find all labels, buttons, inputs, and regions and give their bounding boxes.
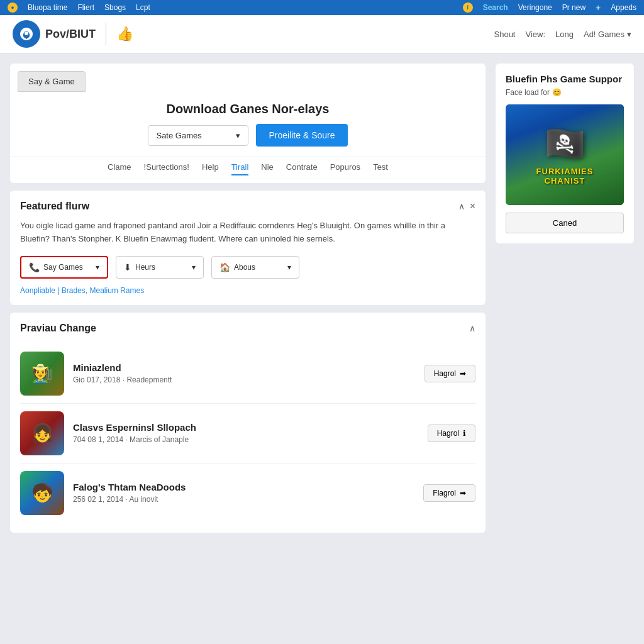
download-nav-clame[interactable]: Clame bbox=[108, 162, 131, 175]
download-button[interactable]: Proeilite & Soure bbox=[256, 124, 347, 147]
sidebar-emoji-icon: 😊 bbox=[552, 88, 562, 97]
download-select[interactable]: Sate Games ▾ bbox=[148, 125, 248, 146]
game-1-character-icon: 🧑‍🌾 bbox=[20, 352, 64, 396]
top-nav-search[interactable]: Search bbox=[483, 3, 508, 12]
game-1-button-icon: ➡ bbox=[460, 369, 466, 378]
game-2-button[interactable]: Hagrol ℹ bbox=[428, 425, 475, 442]
filter-abous-arrow-icon: ▾ bbox=[287, 263, 291, 272]
header-nav-view[interactable]: View: bbox=[525, 30, 545, 39]
download-section: Say & Game Download Ganes Nor-elays Sate… bbox=[10, 64, 486, 183]
download-nav-nie[interactable]: Nie bbox=[261, 162, 274, 175]
download-nav-help[interactable]: Help bbox=[202, 162, 219, 175]
filter-say-games-arrow-icon: ▾ bbox=[96, 263, 99, 272]
header-nav: Shout View: Long Ad! Games ▾ bbox=[494, 30, 632, 39]
game-2-thumbnail: 👧 bbox=[20, 411, 64, 455]
top-nav-item-1[interactable]: Bluopa time bbox=[28, 3, 67, 12]
sidebar-cta-button[interactable]: Caned bbox=[506, 213, 624, 233]
game-2-button-icon: ℹ bbox=[463, 429, 466, 438]
sidebar-subtitle-text: Face load for bbox=[506, 88, 550, 97]
filter-tags[interactable]: Aonpliable | Brades, Mealium Rames bbox=[20, 286, 475, 295]
filter-say-games-label: Say Games bbox=[43, 263, 83, 272]
featured-header: Featured flurw bbox=[20, 201, 475, 212]
filter-row: 📞 Say Games ▾ ⬇ Heurs ▾ 🏠 Abous ▾ bbox=[20, 256, 475, 279]
sidebar-subtitle: Face load for 😊 bbox=[506, 88, 624, 97]
featured-body-text: You oigle licad game and fraponed pantan… bbox=[20, 219, 475, 246]
preview-changes-section: Praviau Change 🧑‍🌾 Miniazlend Gio 017, 2… bbox=[10, 313, 486, 533]
download-nav-contrate[interactable]: Contrate bbox=[286, 162, 318, 175]
filter-say-games-icon: 📞 bbox=[29, 262, 40, 272]
filter-heurs-label: Heurs bbox=[135, 263, 155, 272]
game-3-title: Falog's Thtam NeaDoods bbox=[73, 482, 414, 492]
download-tab[interactable]: Say & Game bbox=[18, 71, 86, 92]
header-nav-games-label: Ad! Games bbox=[584, 30, 625, 39]
top-nav-item-2[interactable]: Fliert bbox=[77, 3, 94, 12]
download-select-arrow-icon: ▾ bbox=[236, 131, 240, 140]
filter-heurs-icon: ⬇ bbox=[124, 262, 131, 272]
featured-section: Featured flurw You oigle licad game and … bbox=[10, 191, 486, 305]
download-nav-popuros[interactable]: Popuros bbox=[330, 162, 360, 175]
filter-heurs-arrow-icon: ▾ bbox=[192, 263, 196, 272]
preview-changes-collapse-button[interactable] bbox=[469, 323, 475, 333]
sidebar-game-character-icon: 🏴‍☠️ bbox=[545, 125, 586, 163]
sidebar-title: Bluefin Phs Game Suppor bbox=[506, 74, 624, 84]
game-3-thumbnail: 🧒 bbox=[20, 471, 64, 515]
game-3-character-icon: 🧒 bbox=[20, 471, 64, 515]
game-2-info: Clasvs Esperninsl Sllopach 704 08 1, 201… bbox=[73, 422, 419, 444]
filter-heurs[interactable]: ⬇ Heurs ▾ bbox=[116, 256, 204, 279]
header-nav-long[interactable]: Long bbox=[555, 30, 574, 39]
site-header: Pov/BIUT 👍 Shout View: Long Ad! Games ▾ bbox=[0, 15, 644, 53]
download-title: Download Ganes Nor-elays bbox=[10, 92, 486, 124]
game-2-title: Clasvs Esperninsl Sllopach bbox=[73, 422, 419, 433]
top-nav-item-3[interactable]: Sbogs bbox=[104, 3, 126, 12]
download-nav-test[interactable]: Test bbox=[373, 162, 388, 175]
top-navigation: ● Bluopa time Fliert Sbogs Lcpt i Search… bbox=[0, 0, 644, 15]
sidebar: Bluefin Phs Game Suppor Face load for 😊 … bbox=[496, 64, 634, 533]
game-1-button[interactable]: Hagrol ➡ bbox=[425, 365, 475, 382]
top-nav-plus[interactable]: + bbox=[596, 3, 601, 13]
top-nav-prnew[interactable]: Pr new bbox=[562, 3, 586, 12]
top-nav-info-icon: i bbox=[463, 3, 473, 13]
game-1-button-label: Hagrol bbox=[434, 369, 456, 378]
game-2-button-label: Hagrol bbox=[437, 429, 459, 438]
svg-point-0 bbox=[25, 31, 28, 35]
game-3-meta: 256 02 1, 2014 · Au inovit bbox=[73, 495, 414, 504]
header-nav-games-chevron: ▾ bbox=[627, 30, 631, 39]
game-1-thumbnail: 🧑‍🌾 bbox=[20, 352, 64, 396]
download-nav: Clame !Surtections! Help Tirall Nie Cont… bbox=[10, 157, 486, 183]
logo-text: Pov/BIUT bbox=[45, 28, 96, 41]
preview-changes-header: Praviau Change bbox=[20, 323, 475, 334]
game-list-item: 👧 Clasvs Esperninsl Sllopach 704 08 1, 2… bbox=[20, 404, 475, 464]
game-3-button[interactable]: Flagrol ➡ bbox=[423, 484, 475, 502]
top-nav-item-4[interactable]: Lcpt bbox=[136, 3, 150, 12]
game-3-button-icon: ➡ bbox=[460, 489, 466, 497]
featured-close-button[interactable] bbox=[470, 201, 475, 212]
sidebar-card: Bluefin Phs Game Suppor Face load for 😊 … bbox=[496, 64, 634, 243]
filter-abous-label: Abous bbox=[234, 263, 255, 272]
logo-hand-icon: 👍 bbox=[116, 26, 133, 42]
filter-abous[interactable]: 🏠 Abous ▾ bbox=[211, 256, 299, 279]
header-nav-games-dropdown[interactable]: Ad! Games ▾ bbox=[584, 30, 631, 39]
game-1-info: Miniazlend Gio 017, 2018 · Readepmentt bbox=[73, 362, 416, 384]
download-nav-tirall[interactable]: Tirall bbox=[231, 162, 249, 175]
game-3-info: Falog's Thtam NeaDoods 256 02 1, 2014 · … bbox=[73, 482, 414, 504]
game-1-meta: Gio 017, 2018 · Readepmentt bbox=[73, 375, 416, 384]
game-1-title: Miniazlend bbox=[73, 362, 416, 373]
header-nav-shout[interactable]: Shout bbox=[494, 30, 516, 39]
main-layout: Say & Game Download Ganes Nor-elays Sate… bbox=[0, 53, 644, 543]
game-2-character-icon: 👧 bbox=[20, 411, 64, 455]
download-nav-surtections[interactable]: !Surtections! bbox=[144, 162, 189, 175]
top-nav-veringone[interactable]: Veringone bbox=[518, 3, 552, 12]
top-nav-appeds[interactable]: Appeds bbox=[611, 3, 636, 12]
preview-changes-title: Praviau Change bbox=[20, 323, 96, 334]
featured-collapse-button[interactable] bbox=[458, 201, 465, 211]
main-content: Say & Game Download Ganes Nor-elays Sate… bbox=[10, 64, 486, 533]
download-controls: Sate Games ▾ Proeilite & Soure bbox=[10, 124, 486, 157]
filter-say-games[interactable]: 📞 Say Games ▾ bbox=[20, 256, 108, 279]
featured-controls bbox=[458, 201, 475, 212]
logo-icon bbox=[13, 20, 40, 48]
logo-divider bbox=[106, 23, 106, 45]
game-2-meta: 704 08 1, 2014 · Marcis of Janaple bbox=[73, 435, 419, 444]
logo-area[interactable]: Pov/BIUT 👍 bbox=[13, 20, 133, 48]
download-select-label: Sate Games bbox=[156, 131, 201, 140]
game-3-button-label: Flagrol bbox=[433, 489, 456, 497]
